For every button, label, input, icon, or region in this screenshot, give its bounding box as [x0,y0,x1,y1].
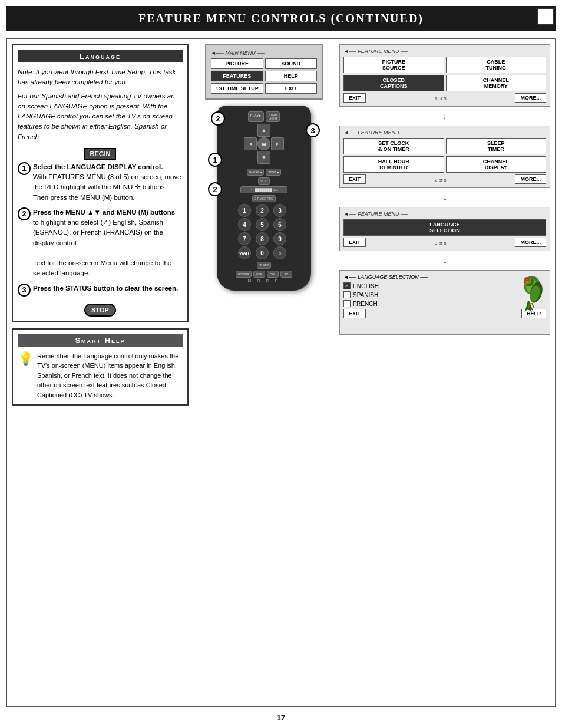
remote-start-btn[interactable]: STARTLIGHT [266,111,280,122]
fm1-exit-row: EXIT 1 of 5 MORE... [343,93,546,103]
remote-num-7[interactable]: 7 [238,232,251,245]
lightbulb-icon: 💡 [18,351,34,367]
step-3: 3 Press the STATUS button to clear the s… [18,284,183,297]
remote-timer-row: 2 TIMER PBO [223,195,305,202]
main-menu-title: ◄── MAIN MENU ── [211,50,317,56]
fm1-picture-source: PICTURESOURCE [343,57,444,73]
language-box-title: Language [18,50,183,62]
fm2-half-hour: HALF HOURREMINDER [343,156,444,173]
remote-mode-label: M O D E [248,279,280,283]
remote-vol-row: VOL [223,177,305,185]
remote-sleep-btn[interactable]: SLEEP [257,262,271,269]
remote-num-5[interactable]: 5 [256,218,269,231]
smart-help-body: Remember, the Language control only make… [37,351,183,400]
step-2-number: 2 [18,207,31,220]
page-wrapper: Feature Menu Controls (Continued) Langua… [0,0,562,728]
remote-num-6[interactable]: 6 [273,218,286,231]
remote: PLAY▶ STARTLIGHT ▲ ◄ M ► ▼ [217,106,311,291]
remote-top-row: PLAY▶ STARTLIGHT [223,111,305,122]
feature-menu-2: ◄── FEATURE MENU ── SET CLOCK& ON TIMER … [339,126,550,188]
step-2: 2 Press the MENU ▲▼ and MENU (M) buttons… [18,207,183,279]
right-column: ◄── FEATURE MENU ── PICTURESOURCE CABLET… [339,44,550,701]
remote-vcr-btn[interactable]: VCR [253,271,265,278]
lang-checkbox-spanish [343,291,351,298]
remote-step-2-lower: 2 [208,182,222,196]
remote-timer-btn[interactable]: 2 TIMER PBO [252,195,276,202]
fm2-more-btn[interactable]: MORE... [515,174,546,184]
remote-num-wait[interactable]: WAIT [238,246,251,259]
remote-num-4[interactable]: 4 [238,218,251,231]
fm1-channel-memory: CHANNELMEMORY [446,75,547,91]
language-box: Language Note: If you went through First… [12,44,189,322]
smart-help-title: Smart Help [18,334,183,347]
remote-vol-btn[interactable]: VOL [258,177,270,185]
remote-num-3[interactable]: 3 [273,204,286,217]
remote-stop-btn[interactable]: STOP ■ [266,169,281,176]
feature-menu-1-grid: PICTURESOURCE CABLETUNING CLOSEDCAPTIONS… [343,57,546,91]
main-menu-help: HELP [265,71,318,81]
feature-menu-3-title: ◄── FEATURE MENU ── [343,211,546,217]
fm2-sleep-timer: SLEEPTIMER [446,138,547,154]
fm2-exit-btn[interactable]: EXIT [343,174,366,184]
arrow-2: ↓ [339,193,550,202]
middle-column: ◄── MAIN MENU ── PICTURE SOUND FEATURES … [193,44,335,701]
remote-num-8[interactable]: 8 [256,232,269,245]
remote-pip-row: PIP ████████ SEL [223,186,305,193]
remote-num-circle[interactable]: ○ [273,246,286,259]
remote-container: 2 1 2 3 PLAY▶ STARTLIGHT ▲ [205,106,323,291]
dpad-up[interactable]: ▲ [257,124,270,137]
fm3-page-num: 3 of 5 [435,241,447,246]
fm1-page-num: 1 of 5 [435,96,447,101]
remote-play-btn[interactable]: PLAY▶ [248,111,265,122]
lang-checkbox-french [343,300,351,307]
svg-line-9 [532,303,534,308]
remote-bottom-row: POWER VCR CHL TV [223,271,305,278]
parrot-svg [511,274,547,315]
dpad-left[interactable]: ◄ [244,137,257,150]
smart-help-box: Smart Help 💡 Remember, the Language cont… [12,328,189,406]
remote-num-9[interactable]: 9 [273,232,286,245]
dpad-empty-bl [244,151,257,164]
remote-num-1[interactable]: 1 [238,204,251,217]
remote-chl-btn[interactable]: CHL [267,271,279,278]
left-column: Language Note: If you went through First… [12,44,189,701]
fm3-exit-btn[interactable]: EXIT [343,238,366,247]
language-select-screen: ◄── LANGUAGE SELECTION ── ✓ ENGLISH SPAN… [339,270,550,335]
language-note: Note: If you went through First Time Set… [18,67,183,88]
header-title: Feature Menu Controls (Continued) [138,12,424,25]
remote-dpad: ▲ ◄ M ► ▼ [244,124,284,164]
step-1-content: Select the LANGUAGE DISPLAY control. Wit… [33,162,183,203]
remote-pause-btn[interactable]: PAUSE ■ [247,169,264,176]
fm3-more-btn[interactable]: MORE... [515,238,546,247]
remote-numpad: 1 2 3 4 5 6 7 8 9 WAIT 0 ○ [223,204,305,259]
remote-pip-btn[interactable]: PIP ████████ SEL [240,186,287,193]
dpad-empty-tr [271,124,284,137]
remote-pause-row: PAUSE ■ STOP ■ [223,169,305,176]
feature-menu-2-title: ◄── FEATURE MENU ── [343,130,546,136]
fm1-more-btn[interactable]: MORE... [515,93,546,103]
fm3-exit-row: EXIT 3 of 5 MORE... [343,238,546,247]
lang-exit-btn[interactable]: EXIT [343,309,366,318]
remote-tv-btn[interactable]: TV [280,271,292,278]
lang-label-spanish: SPANISH [353,292,378,298]
lang-label-french: FRENCH [353,301,378,307]
fm1-exit-btn[interactable]: EXIT [343,93,366,103]
remote-num-2[interactable]: 2 [256,204,269,217]
dpad-center-m[interactable]: M [257,137,270,150]
dpad-empty-br [271,151,284,164]
remote-step-1: 1 [208,153,222,167]
lang-label-english: ENGLISH [353,283,379,289]
page-header: Feature Menu Controls (Continued) [6,6,556,31]
step-1: 1 Select the LANGUAGE DISPLAY control. W… [18,162,183,203]
begin-button[interactable]: BEGIN [84,148,117,160]
dpad-right[interactable]: ► [271,137,284,150]
remote-power-btn[interactable]: POWER [236,271,252,278]
smart-help-inner: 💡 Remember, the Language control only ma… [18,351,183,400]
remote-num-0[interactable]: 0 [256,246,269,259]
svg-point-10 [524,277,530,282]
stop-button[interactable]: STOP [84,304,116,317]
remote-sleep-row: SLEEP [223,262,305,269]
dpad-down[interactable]: ▼ [257,151,270,164]
main-menu-picture: PICTURE [211,58,263,69]
main-menu-exit: EXIT [265,83,318,94]
